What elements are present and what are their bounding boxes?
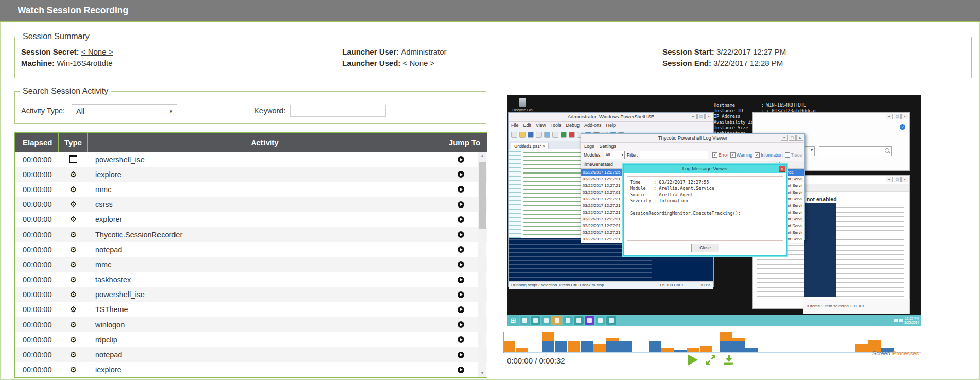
modules-select: All▾ <box>604 151 625 159</box>
ise-menu-item: File <box>511 123 519 128</box>
taskbar-clock: 12:27 PM 3/22/2017 <box>904 317 919 325</box>
summary-field: Launcher Used: < None > <box>342 58 447 69</box>
jump-to-play-button[interactable] <box>458 277 464 283</box>
taskbar-app-icon <box>541 316 551 325</box>
table-row[interactable]: 00:00:00⚙notepad <box>15 347 487 362</box>
timeline-histogram[interactable] <box>503 332 921 353</box>
jump-to-play-button[interactable] <box>458 171 464 178</box>
log-grid-cell: 03/22/2017 12:27:21 <box>581 236 625 243</box>
ise-titlebar: Administrator: Windows PowerShell ISE − … <box>509 113 713 122</box>
jump-to-play-button[interactable] <box>458 291 464 298</box>
elapsed-cell: 00:00:00 <box>15 170 59 179</box>
table-row[interactable]: 00:00:00⚙mmc <box>15 182 487 197</box>
jump-to-play-button[interactable] <box>458 231 464 238</box>
help-icon: ? <box>900 124 905 130</box>
scrollbar-thumb[interactable] <box>479 162 486 229</box>
processes-segment <box>593 344 606 352</box>
fullscreen-button[interactable] <box>705 354 717 366</box>
playhead-marker[interactable] <box>503 332 504 353</box>
elapsed-cell: 00:00:00 <box>15 156 59 164</box>
table-row[interactable]: 00:00:00⚙explorer <box>15 212 487 227</box>
ise-zoom-level: 100% <box>700 282 710 289</box>
jump-to-play-button[interactable] <box>458 367 464 373</box>
session-summary-legend: Session Summary <box>20 32 92 41</box>
table-row[interactable]: 00:00:00⚙TSTheme <box>15 302 487 317</box>
log-grid-cell: 03/22/2017 12:27:25 <box>581 169 625 176</box>
activity-table-body: 00:00:00powershell_ise00:00:00⚙iexplore0… <box>15 152 487 377</box>
processes-segment <box>542 332 554 341</box>
log-grid-column-header: TimeGenerated <box>581 161 625 168</box>
toolbar-icon <box>536 132 542 138</box>
table-row[interactable]: 00:00:00⚙iexplore <box>15 167 487 182</box>
checkbox-icon: ✓ <box>755 152 760 158</box>
ise-menu-item: Add-ons <box>584 123 602 128</box>
taskbar-app-icon <box>596 316 605 325</box>
keyword-input[interactable] <box>290 105 386 117</box>
table-row[interactable]: 00:00:00⚙taskhostex <box>15 272 487 287</box>
table-row[interactable]: 00:00:00⚙Thycotic.SessionRecorder <box>15 227 487 242</box>
jump-to-play-button[interactable] <box>458 246 464 253</box>
jump-to-play-button[interactable] <box>458 321 464 328</box>
table-row[interactable]: 00:00:00⚙mmc <box>15 257 487 272</box>
table-row[interactable]: 00:00:00⚙iexplore <box>15 362 487 377</box>
maximize-icon: □ <box>894 114 901 119</box>
checkbox-icon: ✓ <box>730 152 736 158</box>
maximize-icon: □ <box>894 177 901 182</box>
checkbox-label: Trace <box>791 152 802 158</box>
play-button[interactable] <box>686 353 699 367</box>
table-row[interactable]: 00:00:00⚙powershell_ise <box>15 287 487 302</box>
minimize-icon: − <box>781 135 788 141</box>
video-frame[interactable]: Recycle Bin Hostname : WIN-16S4ROTTDTEIn… <box>507 95 921 326</box>
close-icon: × <box>779 166 785 172</box>
column-header-activity: Activity <box>88 133 442 152</box>
screen-segment <box>619 341 632 352</box>
ise-menubar: FileEditViewToolsDebugAdd-onsHelp <box>509 122 713 129</box>
summary-field: Session End: 3/22/2017 12:28 PM <box>662 58 786 69</box>
scroll-up-icon[interactable]: ▲ <box>478 152 486 160</box>
jump-to-play-button[interactable] <box>458 336 464 343</box>
close-icon: × <box>705 114 712 119</box>
jump-to-play-button[interactable] <box>458 216 464 223</box>
gear-icon: ⚙ <box>70 305 77 314</box>
table-row[interactable]: 00:00:00⚙rdpclip <box>15 332 487 347</box>
jump-to-play-button[interactable] <box>458 261 464 268</box>
log-grid-cell: 03/22/2017 12:27:21 <box>581 229 625 236</box>
page-header: Watch Session Recording <box>0 0 980 22</box>
jump-to-play-button[interactable] <box>458 306 464 313</box>
field-value[interactable]: < None > <box>81 47 113 56</box>
download-button[interactable] <box>723 354 735 366</box>
summary-field: Machine: Win-16S4rottdte <box>21 58 113 69</box>
table-row[interactable]: 00:00:00⚙notepad <box>15 242 487 257</box>
type-cell: ⚙ <box>59 290 88 299</box>
table-row[interactable]: 00:00:00⚙csrss <box>15 197 487 212</box>
log-filter-checkbox: ✓Information <box>755 152 783 158</box>
field-label: Launcher User: <box>342 47 401 56</box>
explorer-status-bar: 8 items 1 item selected 1.11 KB <box>803 299 910 314</box>
jump-to-play-button[interactable] <box>458 156 464 163</box>
type-cell: ⚙ <box>59 320 88 330</box>
activity-table: Elapsed Type Activity Jump To 00:00:00po… <box>14 132 487 378</box>
minimize-icon: − <box>886 177 893 182</box>
toolbar-icon <box>561 132 567 138</box>
jump-to-play-button[interactable] <box>458 186 464 193</box>
elapsed-cell: 00:00:00 <box>15 246 59 254</box>
ise-menu-item: View <box>536 123 546 128</box>
tray-icon <box>899 319 903 322</box>
activity-cell: iexplore <box>88 366 442 374</box>
activity-type-select[interactable]: All ▾ <box>72 104 177 117</box>
timeline-bar <box>661 348 674 352</box>
elapsed-cell: 00:00:00 <box>15 261 59 269</box>
scroll-down-icon[interactable]: ▼ <box>478 370 486 377</box>
dialog-titlebar: Log Message Viewer × <box>624 165 786 173</box>
jump-to-play-button[interactable] <box>458 201 464 208</box>
log-grid-cell: 03/22/2017 12:27:21 <box>581 216 625 222</box>
dialog-close-button: Close <box>691 244 719 252</box>
table-row[interactable]: 00:00:00⚙winlogon <box>15 317 487 332</box>
type-cell: ⚙ <box>59 365 88 374</box>
jump-to-play-button[interactable] <box>458 352 464 358</box>
recycle-bin-label: Recycle Bin <box>511 108 534 112</box>
timeline-bar <box>542 332 554 352</box>
table-scrollbar[interactable]: ▲ ▼ <box>478 152 486 377</box>
table-row[interactable]: 00:00:00powershell_ise <box>15 152 487 167</box>
activity-cell: TSTheme <box>88 305 442 314</box>
